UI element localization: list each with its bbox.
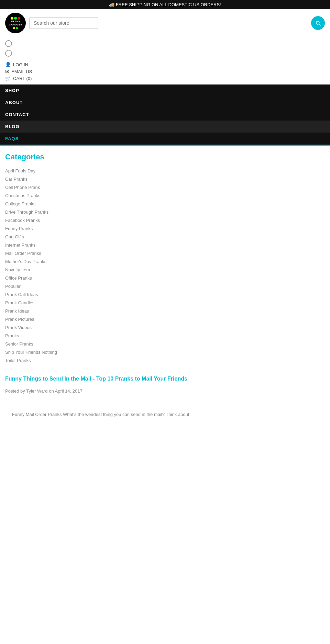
user-actions: 👤 LOG IN ✉ EMAIL US 🛒 CART (0) (0, 60, 330, 84)
search-input[interactable] (29, 17, 98, 29)
category-link[interactable]: Christmas Pranks (5, 193, 41, 198)
category-link[interactable]: Car Pranks (5, 177, 28, 182)
main-content: Categories April Fools DayCar PranksCell… (0, 146, 330, 426)
cart-icon: 🛒 (5, 76, 11, 81)
list-item: Drive Through Pranks (5, 208, 325, 216)
list-item: Novelty Item (5, 265, 325, 274)
cart-action[interactable]: 🛒 CART (0) (5, 76, 325, 81)
list-item: Mail Order Pranks (5, 249, 325, 257)
list-item: Toilet Pranks (5, 356, 325, 364)
category-link[interactable]: Mail Order Pranks (5, 251, 41, 256)
category-link[interactable]: Popular (5, 284, 21, 289)
search-button[interactable] (311, 16, 325, 30)
category-link[interactable]: Prank Pictures (5, 317, 34, 322)
top-banner: 🚚 FREE SHIPPING ON ALL DOMESTIC US ORDER… (0, 0, 330, 9)
search-icon (315, 20, 321, 26)
cart-label: CART (0) (13, 76, 32, 81)
banner-text: 🚚 FREE SHIPPING ON ALL DOMESTIC US ORDER… (109, 2, 221, 7)
logo-area[interactable]: PRANKCANDLES (5, 13, 26, 33)
category-link[interactable]: Cell Phone Prank (5, 185, 40, 190)
category-link[interactable]: College Pranks (5, 201, 35, 206)
category-link[interactable]: Prank Ideas (5, 308, 29, 314)
category-link[interactable]: Prank Call Ideas (5, 292, 38, 297)
blog-post: Funny Things to Send in the Mail - Top 1… (5, 375, 325, 419)
list-item: Popular (5, 282, 325, 290)
nav-blog[interactable]: BLOG (0, 121, 330, 133)
category-link[interactable]: Drive Through Pranks (5, 210, 48, 215)
list-item: Ship Your Friends Nothing (5, 348, 325, 356)
search-area (29, 17, 98, 29)
radio-button-2[interactable] (5, 50, 12, 57)
category-link[interactable]: Facebook Pranks (5, 218, 40, 223)
blog-divider: · (5, 400, 325, 405)
category-link[interactable]: Gag Gifts (5, 234, 24, 239)
category-link[interactable]: Mother's Day Pranks (5, 259, 46, 264)
list-item: College Pranks (5, 200, 325, 208)
category-list: April Fools DayCar PranksCell Phone Pran… (5, 167, 325, 364)
navigation: SHOP ABOUT CONTACT BLOG FAQS (0, 84, 330, 146)
list-item: Cell Phone Prank (5, 183, 325, 191)
list-item: Prank Candles (5, 298, 325, 307)
radio-area (0, 37, 330, 60)
category-link[interactable]: Novelty Item (5, 267, 30, 272)
category-link[interactable]: Ship Your Friends Nothing (5, 350, 57, 355)
list-item: Facebook Pranks (5, 216, 325, 224)
nav-faqs[interactable]: FAQS (0, 133, 330, 146)
list-item: Office Pranks (5, 274, 325, 282)
list-item: Pranks (5, 331, 325, 340)
logo[interactable]: PRANKCANDLES (5, 13, 26, 33)
header: PRANKCANDLES (0, 9, 330, 37)
category-link[interactable]: Office Pranks (5, 275, 32, 281)
nav-about[interactable]: ABOUT (0, 97, 330, 109)
category-link[interactable]: Prank Videos (5, 325, 32, 330)
category-link[interactable]: Toilet Pranks (5, 358, 31, 363)
list-item: Mother's Day Pranks (5, 257, 325, 265)
list-item: Car Pranks (5, 175, 325, 183)
login-label: LOG IN (13, 62, 28, 67)
nav-shop[interactable]: SHOP (0, 84, 330, 97)
list-item: Prank Pictures (5, 315, 325, 323)
list-item: April Fools Day (5, 167, 325, 175)
list-item: Gag Gifts (5, 233, 325, 241)
category-link[interactable]: Internet Pranks (5, 242, 35, 248)
user-icon: 👤 (5, 62, 11, 67)
list-item: Prank Ideas (5, 307, 325, 315)
category-link[interactable]: Pranks (5, 333, 19, 338)
blog-excerpt: Funny Mail Order Pranks What's the weird… (5, 410, 325, 418)
blog-post-title[interactable]: Funny Things to Send in the Mail - Top 1… (5, 375, 325, 383)
category-link[interactable]: April Fools Day (5, 168, 35, 173)
list-item: Christmas Pranks (5, 191, 325, 200)
list-item: Internet Pranks (5, 241, 325, 249)
list-item: Senior Pranks (5, 340, 325, 348)
nav-contact[interactable]: CONTACT (0, 109, 330, 121)
login-action[interactable]: 👤 LOG IN (5, 62, 325, 67)
email-action[interactable]: ✉ EMAIL US (5, 69, 325, 74)
categories-title: Categories (5, 152, 325, 161)
categories-section: Categories April Fools DayCar PranksCell… (5, 152, 325, 364)
list-item: Prank Call Ideas (5, 290, 325, 298)
list-item: Prank Videos (5, 323, 325, 331)
list-item: Funny Pranks (5, 224, 325, 233)
category-link[interactable]: Prank Candles (5, 300, 34, 305)
category-link[interactable]: Funny Pranks (5, 226, 33, 231)
email-label: EMAIL US (11, 69, 32, 74)
email-icon: ✉ (5, 69, 9, 74)
category-link[interactable]: Senior Pranks (5, 341, 33, 347)
radio-button-1[interactable] (5, 40, 12, 47)
blog-post-meta: Posted by Tyler Ward on April 14, 2017 (5, 387, 325, 395)
